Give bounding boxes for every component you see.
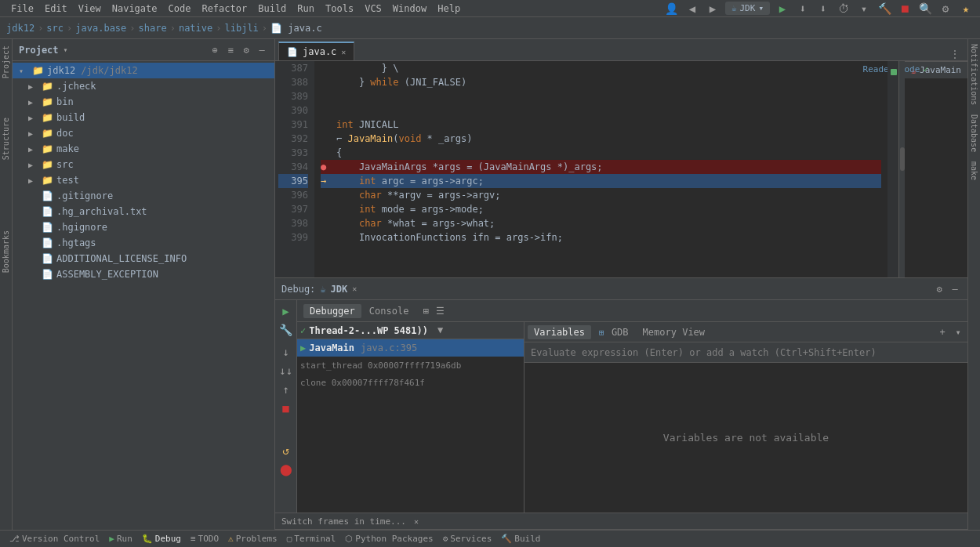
menu-file[interactable]: File: [6, 2, 38, 16]
step-over-icon[interactable]: ↓: [278, 344, 294, 360]
make-tab[interactable]: make: [968, 157, 980, 185]
var-more-icon[interactable]: ▾: [952, 326, 964, 339]
add-watch-icon[interactable]: +: [936, 326, 949, 339]
panel-close-icon[interactable]: —: [256, 44, 268, 56]
tree-root[interactable]: ▾ 📁 jdk12 /jdk/jdk12: [13, 63, 274, 78]
settings-button[interactable]: ⚙: [938, 1, 953, 16]
menu-window[interactable]: Window: [388, 2, 431, 16]
search-button[interactable]: 🔍: [917, 1, 933, 16]
frame-clone[interactable]: clone 0x00007ffff78f461f: [297, 374, 524, 391]
vscroll-thumb[interactable]: [900, 147, 905, 171]
debugger-tab[interactable]: Debugger: [303, 304, 361, 318]
services-item[interactable]: ⚙ Services: [440, 534, 495, 544]
tree-doc[interactable]: ▶ 📁 doc: [13, 125, 274, 141]
breadcrumb-javabase[interactable]: java.base: [75, 23, 126, 34]
build-button[interactable]: 🔨: [877, 1, 892, 16]
debug-settings-icon[interactable]: ⚙: [933, 283, 946, 295]
gdb-tab[interactable]: ⊞ GDB: [593, 325, 635, 339]
bookmarks-tab-label[interactable]: Bookmarks: [1, 227, 11, 276]
locate-icon[interactable]: ⊕: [209, 44, 221, 56]
menu-code[interactable]: Code: [164, 2, 196, 16]
tree-assembly[interactable]: 📄 ASSEMBLY_EXCEPTION: [13, 266, 274, 282]
tree-hgignore[interactable]: 📄 .hgignore: [13, 219, 274, 235]
tree-gitignore[interactable]: 📄 .gitignore: [13, 188, 274, 204]
terminal-item[interactable]: ▢ Terminal: [284, 534, 339, 544]
version-control-item[interactable]: ⎇ Version Control: [6, 534, 103, 544]
tree-src[interactable]: ▶ 📁 src: [13, 157, 274, 172]
wrench-icon[interactable]: 🔧: [278, 322, 294, 338]
tree-jcheck[interactable]: ▶ 📁 .jcheck: [13, 78, 274, 94]
project-tab-label[interactable]: Project: [1, 42, 11, 82]
debug-tab-close[interactable]: ✕: [352, 284, 357, 293]
back-icon[interactable]: ◀: [684, 1, 700, 16]
menu-vcs[interactable]: VCS: [360, 2, 387, 16]
tree-build[interactable]: ▶ 📁 build: [13, 110, 274, 125]
problems-item[interactable]: ⚠ Problems: [225, 534, 281, 544]
stop-debug-icon[interactable]: ■: [278, 400, 294, 416]
jdk-selector[interactable]: ☕ JDK ▾: [725, 2, 770, 15]
tree-hgtags[interactable]: 📄 .hgtags: [13, 235, 274, 251]
account-icon[interactable]: 👤: [664, 1, 680, 16]
frame-javamain[interactable]: ▶ JavaMain java.c:395: [297, 339, 524, 357]
menu-tools[interactable]: Tools: [321, 2, 358, 16]
collapse-icon[interactable]: ≡: [224, 44, 237, 56]
dots-icon[interactable]: ⚙: [240, 44, 252, 56]
database-tab[interactable]: Database: [968, 110, 980, 157]
editor-settings-icon[interactable]: ⋮: [949, 48, 961, 60]
console-tab[interactable]: Console: [363, 304, 416, 318]
menu-run[interactable]: Run: [292, 2, 319, 16]
menu-build[interactable]: Build: [253, 2, 291, 16]
resume-icon[interactable]: ▶: [278, 303, 294, 319]
tree-addlicense[interactable]: 📄 ADDITIONAL_LICENSE_INFO: [13, 251, 274, 266]
structure-tab-label[interactable]: Structure: [1, 114, 11, 163]
menu-refactor[interactable]: Refactor: [197, 2, 252, 16]
profile-button[interactable]: ⏱: [836, 1, 851, 16]
python-packages-item[interactable]: ⬡ Python Packages: [342, 534, 436, 544]
debug-run-button[interactable]: ⬇: [795, 1, 811, 16]
editor-tab-javac[interactable]: 📄 java.c ✕: [278, 42, 354, 60]
memory-view-tab[interactable]: Memory View: [637, 325, 711, 339]
filter-icon[interactable]: ▼: [434, 322, 446, 339]
eval-bar[interactable]: Evaluate expression (Enter) or add a wat…: [524, 342, 967, 363]
debug-minimize-icon[interactable]: —: [949, 283, 961, 295]
forward-icon[interactable]: ▶: [705, 1, 720, 16]
tree-test[interactable]: ▶ 📁 test: [13, 172, 274, 188]
breadcrumb-libjli[interactable]: libjli: [225, 23, 259, 34]
stop-button[interactable]: ⏹: [897, 1, 913, 16]
run-button[interactable]: ▶: [775, 1, 790, 16]
debug-item[interactable]: 🐛 Debug: [139, 534, 184, 544]
menu-help[interactable]: Help: [433, 2, 465, 16]
layout-icon[interactable]: ⊞: [419, 305, 432, 317]
breadcrumb-jdk12[interactable]: jdk12: [6, 23, 34, 34]
editor-content[interactable]: 387 388 389 390 391 392 393 394 395 396 …: [275, 61, 905, 277]
tab-close-icon[interactable]: ✕: [341, 48, 346, 56]
project-dropdown-arrow[interactable]: ▾: [64, 45, 68, 54]
breadcrumb-share[interactable]: share: [139, 23, 167, 34]
step-into-icon[interactable]: ↓↓: [278, 363, 294, 379]
tree-make[interactable]: ▶ 📁 make: [13, 141, 274, 157]
variables-tab[interactable]: Variables: [528, 325, 591, 339]
build-item[interactable]: 🔨 Build: [498, 534, 543, 544]
coverage-button[interactable]: ⬇: [815, 1, 831, 16]
step-out-icon[interactable]: ↑: [278, 382, 294, 397]
scroll-close-icon[interactable]: ✕: [414, 517, 419, 526]
menu-edit[interactable]: Edit: [40, 2, 72, 16]
breadcrumb-native[interactable]: native: [179, 23, 212, 34]
star-button[interactable]: ★: [958, 1, 974, 16]
tree-bin[interactable]: ▶ 📁 bin: [13, 94, 274, 110]
todo-item[interactable]: ≡ TODO: [187, 534, 222, 544]
run-item[interactable]: ▶ Run: [106, 534, 136, 544]
breadcrumb-src[interactable]: src: [46, 23, 64, 34]
menu-view[interactable]: View: [74, 2, 106, 16]
tree-hgarchival[interactable]: 📄 .hg_archival.txt: [13, 204, 274, 219]
notifications-tab[interactable]: Notifications: [968, 39, 980, 110]
frame-start-thread[interactable]: start_thread 0x00007ffff719a6db: [297, 357, 524, 374]
code-editor[interactable]: } \ } while (JNI_FALSE): [314, 61, 887, 277]
frames-icon[interactable]: ☰: [434, 305, 446, 317]
restart-icon[interactable]: ↺: [278, 443, 294, 458]
breakpoints-icon[interactable]: ⬤: [278, 462, 294, 477]
more-run-button[interactable]: ▾: [856, 1, 872, 16]
vertical-scrollbar[interactable]: [898, 61, 905, 277]
jcheck-folder-icon: 📁: [41, 80, 53, 92]
menu-navigate[interactable]: Navigate: [107, 2, 162, 16]
